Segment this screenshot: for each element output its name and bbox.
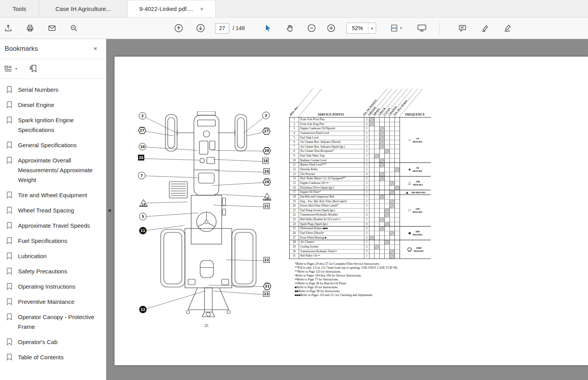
- bookmark-item[interactable]: Operating Instructions: [0, 279, 106, 294]
- document-page-number: 25: [199, 323, 214, 328]
- cell-service-point: Differential Brakes ■■■: [299, 227, 364, 231]
- cell-clean: [384, 154, 389, 158]
- search-minus-icon: [70, 24, 78, 32]
- bookmark-item[interactable]: Tire and Wheel Equipment: [0, 187, 106, 203]
- bookmark-item-label: Approximate Overall Measurements/ Approx…: [18, 155, 98, 185]
- cell-clean: [384, 186, 389, 190]
- bookmark-item[interactable]: Fuel Specifications: [0, 233, 106, 248]
- frequency-group: □250HOURS: [400, 195, 431, 227]
- cell-check: [379, 186, 384, 190]
- cell-clean: [384, 200, 389, 204]
- cell-clean: [384, 222, 389, 227]
- cell-change: [389, 154, 394, 158]
- cell-check: [379, 122, 384, 127]
- previous-page-button[interactable]: [173, 22, 185, 34]
- cell-oil: [394, 168, 400, 172]
- bookmark-item[interactable]: Spark Ignition Engine Specifications: [0, 112, 106, 137]
- diagram-callout-21: 21: [264, 203, 270, 209]
- zoom-level-select[interactable]: 52% ▾: [346, 23, 376, 34]
- diagram-callout-14: 14: [139, 199, 148, 207]
- bookmark-item[interactable]: Wheel Tread Spacing: [0, 203, 106, 218]
- frequency-label: 10HOURS: [413, 137, 423, 143]
- bookmark-options-icon: [4, 65, 13, 73]
- cell-clean: [384, 163, 389, 167]
- frequency-group: ▲200 HOURS: [400, 190, 431, 195]
- cell-service-point: Cooling System: [299, 245, 364, 249]
- search-button[interactable]: [68, 22, 80, 34]
- cell-service-point: Engine Oil Filter*: [299, 190, 364, 194]
- tab-active-label: 9-4022-Linked pdf....: [139, 5, 193, 12]
- cell-service-point: Power Shift Filter (White Label)*: [299, 204, 364, 208]
- highlight-button[interactable]: [479, 22, 491, 34]
- bookmark-item[interactable]: Lubrication: [0, 248, 106, 264]
- cursor-arrow-icon: [264, 24, 272, 32]
- frequency-group: ■500HOURS: [400, 227, 431, 240]
- cell-clean: [384, 231, 389, 235]
- cell-drain: [374, 209, 379, 213]
- zoom-in-icon: [326, 23, 336, 33]
- cell-service-point: Strg. - Pwr. Brk. Hyd. Filter (Red Label…: [299, 200, 364, 204]
- hand-icon: [285, 24, 294, 32]
- print-icon: [26, 24, 34, 32]
- comment-icon: [458, 24, 467, 32]
- bookmark-item[interactable]: Diesel Engine: [0, 97, 106, 112]
- cell-no-of-points: 1: [364, 204, 369, 208]
- cell-no-of-points: 1: [364, 209, 369, 213]
- tab-active-document[interactable]: 9-4022-Linked pdf.... ×: [127, 0, 216, 17]
- bookmark-item[interactable]: Safety Precautions: [0, 264, 106, 279]
- hand-tool-button[interactable]: [284, 22, 296, 34]
- bookmark-item[interactable]: Operator's Cab: [0, 334, 106, 350]
- cell-service-point: Belt Pulley Breather & Oil Level ••: [299, 218, 364, 222]
- next-page-button[interactable]: [195, 22, 206, 34]
- share-button[interactable]: [2, 22, 14, 34]
- tab-tools[interactable]: Tools: [0, 0, 39, 17]
- bookmark-item[interactable]: General Specifications: [0, 137, 106, 153]
- cell-clean: [384, 209, 389, 213]
- cell-clean: [384, 195, 389, 199]
- bookmark-item[interactable]: Serial Numbers: [0, 82, 106, 97]
- bookmark-icon: [5, 116, 13, 124]
- new-bookmark-button[interactable]: [29, 64, 38, 73]
- print-button[interactable]: [24, 22, 36, 34]
- diagram-callout-24: 24: [264, 168, 270, 174]
- bookmark-item-label: Safety Precautions: [18, 266, 67, 276]
- bookmark-item[interactable]: Approximate Travel Speeds: [0, 218, 106, 233]
- bookmark-item[interactable]: Approximate Overall Measurements/ Approx…: [0, 153, 106, 187]
- fit-page-button[interactable]: ▾: [390, 22, 402, 34]
- cell-service-point: Belt Pulley Oil ••: [299, 254, 364, 259]
- footnote-line: ••Refer to Page 75 for Instructions.: [295, 278, 429, 282]
- select-tool-button[interactable]: [262, 22, 274, 34]
- comment-button[interactable]: [457, 22, 468, 34]
- bookmark-item[interactable]: Preventive Maintance: [0, 294, 106, 309]
- bookmarks-close-icon[interactable]: ×: [93, 45, 97, 53]
- cell-clean: [384, 122, 389, 127]
- cell-clean: [384, 145, 389, 149]
- cell-clean: [384, 213, 389, 217]
- bookmark-item[interactable]: Operator Canopy - Protective Frame: [0, 309, 106, 334]
- cell-no-of-points: 1: [364, 190, 369, 194]
- tab-case-ih-document[interactable]: Case IH Agriculture...: [39, 0, 127, 17]
- email-button[interactable]: [46, 22, 58, 34]
- fill-sign-button[interactable]: [502, 22, 514, 34]
- zoom-in-button[interactable]: [325, 22, 337, 34]
- tab-close-icon[interactable]: ×: [200, 5, 204, 12]
- bookmark-options-button[interactable]: ▾: [4, 65, 17, 73]
- diagram-callout-2: 2: [139, 112, 146, 120]
- document-viewer[interactable]: ◀: [106, 39, 588, 380]
- cell-ref-no: 25: [290, 227, 299, 231]
- cell-change: [389, 131, 394, 136]
- cell-service-point: Fan Belt and Compressor Belt: [299, 195, 364, 199]
- cell-grease: [369, 154, 374, 158]
- zoom-out-button[interactable]: [306, 22, 317, 34]
- bookmark-item-label: Fuel Specifications: [18, 236, 67, 246]
- zoom-out-icon: [307, 23, 316, 33]
- cell-change: [389, 168, 394, 172]
- footnote-line: *Refer to Pages 29 thru 37 for Complete …: [295, 262, 429, 266]
- cell-ref-no: 20: [290, 204, 299, 208]
- page-number-input[interactable]: [215, 23, 229, 34]
- collapse-panel-button[interactable]: ◀: [108, 208, 111, 213]
- bookmark-item[interactable]: Table of Contents: [0, 350, 106, 365]
- display-mode-button[interactable]: [416, 22, 428, 34]
- zoom-caret-icon: ▾: [368, 23, 376, 33]
- cell-change: [389, 200, 394, 204]
